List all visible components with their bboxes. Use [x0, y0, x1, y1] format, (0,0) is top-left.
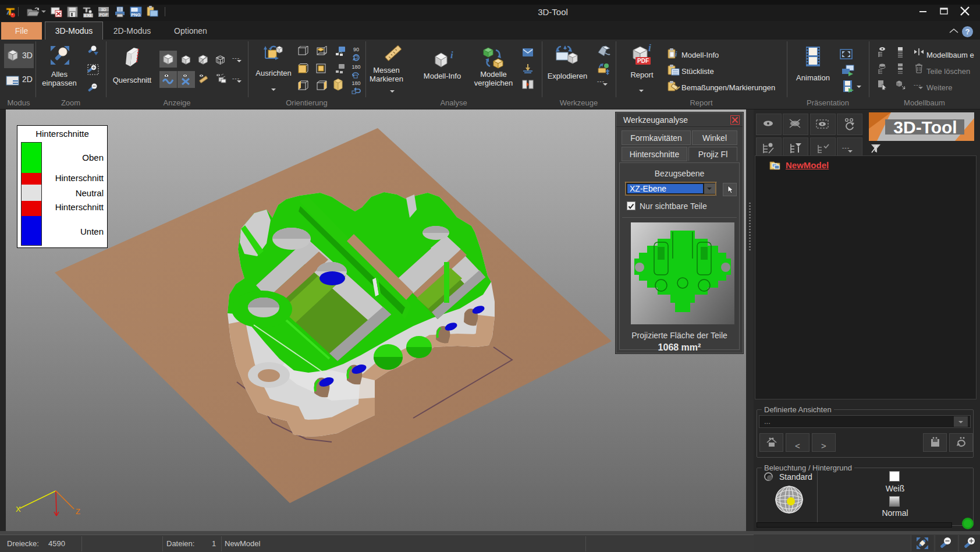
svg-text:3D-Tool: 3D-Tool: [893, 118, 957, 137]
svg-text:PDF: PDF: [100, 12, 108, 17]
svg-text:EXE: EXE: [84, 13, 92, 17]
svg-text:3D: 3D: [101, 7, 106, 12]
svg-text:X: X: [16, 505, 21, 514]
svg-text:i: i: [450, 50, 453, 61]
svg-text:i: i: [648, 44, 651, 54]
svg-text:PDF: PDF: [637, 58, 649, 64]
svg-text:i: i: [675, 49, 677, 58]
svg-text:Z: Z: [76, 507, 80, 516]
svg-text:PNG: PNG: [131, 12, 140, 17]
